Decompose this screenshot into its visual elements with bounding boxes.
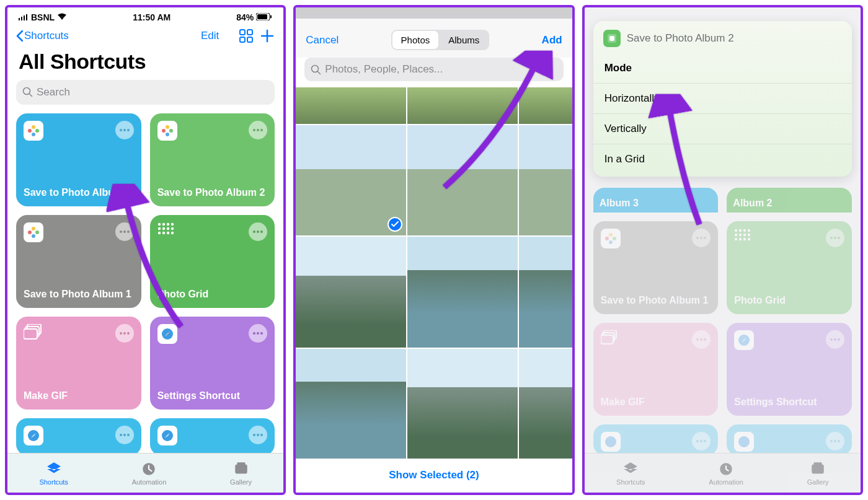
back-label: Shortcuts [24,30,69,42]
svg-point-54 [127,332,130,335]
back-button[interactable]: Shortcuts [16,30,69,42]
signal-icon [19,12,29,22]
svg-rect-3 [26,14,27,20]
photo-thumbnail[interactable] [296,237,406,347]
photo-thumbnail[interactable] [407,349,518,458]
svg-point-38 [157,227,160,229]
photo-thumbnail[interactable] [519,237,572,347]
segment-photos[interactable]: Photos [392,31,439,49]
grid-view-icon[interactable] [239,29,254,43]
tab-bar: Shortcuts Automation Gallery [585,453,861,493]
tab-label: Automation [709,478,743,486]
svg-point-64 [253,434,255,436]
photo-thumbnail[interactable] [407,237,518,347]
svg-rect-116 [814,462,822,465]
photo-thumbnail[interactable] [296,125,406,235]
photo-thumbnail[interactable] [519,87,572,124]
svg-point-40 [166,227,169,229]
card-more-icon[interactable] [115,426,134,444]
tab-automation[interactable]: Automation [132,461,167,486]
shortcut-card-extra-1[interactable] [16,418,141,454]
svg-point-106 [605,436,616,447]
svg-rect-69 [237,462,245,465]
photo-thumbnail[interactable] [407,87,518,124]
svg-point-31 [120,230,122,233]
svg-rect-51 [24,329,37,339]
shortcut-card-make-gif[interactable]: Make GIF [16,317,141,410]
svg-point-43 [162,231,164,234]
card-more-icon[interactable] [249,222,267,241]
svg-point-91 [743,238,746,240]
search-icon [22,87,33,97]
bg-shortcut-card: Settings Shortcut [727,323,852,416]
photo-thumbnail[interactable] [519,349,572,458]
edit-button[interactable]: Edit [201,30,219,42]
svg-point-61 [123,434,126,436]
svg-point-26 [260,129,263,131]
bg-card-album-3: Album 3 [593,188,719,213]
tab-gallery[interactable]: Gallery [230,461,252,486]
svg-point-94 [834,237,836,239]
svg-point-42 [157,231,160,234]
photo-thumbnail[interactable] [296,349,406,458]
card-more-icon[interactable] [249,121,267,139]
svg-point-108 [700,440,702,442]
card-label: Settings Shortcut [157,390,268,402]
shortcut-card-save-album-2[interactable]: Save to Photo Album 2 [150,113,275,206]
segment-albums[interactable]: Albums [440,31,488,49]
safari-app-icon [734,330,754,350]
card-more-icon [692,432,711,450]
shortcut-card-extra-2[interactable] [150,418,275,454]
svg-point-45 [170,231,173,234]
card-more-icon[interactable] [249,324,267,343]
svg-point-92 [748,238,750,240]
card-more-icon[interactable] [115,121,134,139]
svg-rect-2 [24,15,25,20]
photo-thumbnail[interactable] [296,87,406,124]
selected-check-icon [388,217,402,232]
svg-point-32 [123,230,126,233]
svg-point-21 [169,129,173,133]
shortcut-card-photo-grid[interactable]: Photo Grid [150,215,275,308]
shortcut-card-save-album-3[interactable]: Save to Photo Album 3 [16,113,141,206]
card-more-icon[interactable] [115,324,134,343]
safari-app-icon [157,324,177,344]
sheet-row-mode: Mode [593,53,852,84]
picker-search-input[interactable]: Photos, People, Places... [304,58,563,81]
add-button[interactable]: Add [542,34,562,46]
svg-rect-98 [601,335,613,344]
photo-thumbnail[interactable] [407,125,518,235]
shortcut-card-save-album-1[interactable]: Save to Photo Album 1 [16,215,141,308]
cancel-button[interactable]: Cancel [306,34,339,46]
svg-point-25 [257,129,259,131]
svg-rect-9 [240,37,245,42]
add-shortcut-icon[interactable] [260,29,275,43]
bg-shortcut-card: Save to Photo Album 1 [593,221,719,314]
shortcut-card-settings[interactable]: Settings Shortcut [150,317,275,410]
svg-point-15 [32,133,35,136]
svg-point-86 [739,234,742,236]
svg-point-75 [613,237,616,240]
sheet-row-horizontally[interactable]: Horizontally [593,84,852,114]
svg-point-33 [127,230,130,233]
svg-point-77 [605,237,609,240]
carrier-label: BSNL [31,12,55,22]
svg-point-100 [700,338,702,341]
sheet-row-grid[interactable]: In a Grid [593,144,852,174]
svg-point-95 [838,237,840,239]
svg-point-24 [253,129,255,131]
svg-point-76 [609,240,613,244]
svg-rect-10 [247,37,252,42]
nav-bar: Shortcuts Edit [7,25,283,47]
show-selected-button[interactable]: Show Selected (2) [296,458,572,493]
card-more-icon[interactable] [115,222,134,241]
photo-thumbnail[interactable] [519,125,572,235]
sheet-row-vertically[interactable]: Vertically [593,114,852,144]
picker-search-placeholder: Photos, People, Places... [325,63,443,76]
segmented-control[interactable]: Photos Albums [391,30,490,50]
gallery-tab-icon [810,461,826,477]
search-input[interactable]: Search [16,80,275,105]
card-more-icon[interactable] [249,426,267,444]
svg-point-82 [739,229,742,232]
tab-shortcuts[interactable]: Shortcuts [39,461,68,486]
